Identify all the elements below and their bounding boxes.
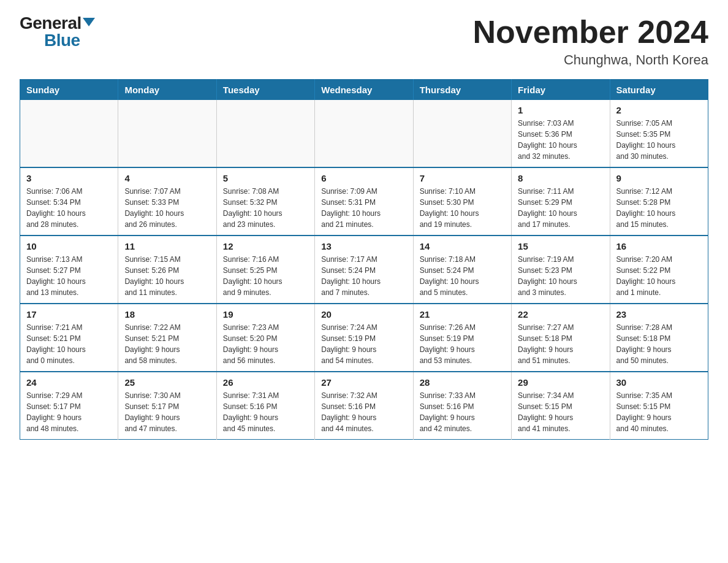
calendar-week-1: 1Sunrise: 7:03 AM Sunset: 5:36 PM Daylig…	[20, 100, 708, 167]
day-info: Sunrise: 7:26 AM Sunset: 5:19 PM Dayligh…	[420, 322, 505, 366]
day-number: 21	[420, 309, 505, 320]
calendar-cell: 12Sunrise: 7:16 AM Sunset: 5:25 PM Dayli…	[216, 236, 314, 304]
day-info: Sunrise: 7:23 AM Sunset: 5:20 PM Dayligh…	[223, 322, 308, 366]
calendar-cell: 16Sunrise: 7:20 AM Sunset: 5:22 PM Dayli…	[610, 236, 708, 304]
day-info: Sunrise: 7:12 AM Sunset: 5:28 PM Dayligh…	[616, 186, 702, 230]
calendar-cell: 2Sunrise: 7:05 AM Sunset: 5:35 PM Daylig…	[610, 100, 708, 167]
day-number: 5	[223, 173, 308, 183]
day-info: Sunrise: 7:29 AM Sunset: 5:17 PM Dayligh…	[26, 390, 112, 434]
calendar-cell: 20Sunrise: 7:24 AM Sunset: 5:19 PM Dayli…	[315, 304, 413, 372]
calendar-cell: 21Sunrise: 7:26 AM Sunset: 5:19 PM Dayli…	[413, 304, 511, 372]
calendar-cell: 3Sunrise: 7:06 AM Sunset: 5:34 PM Daylig…	[20, 167, 118, 236]
day-number: 22	[518, 309, 603, 320]
day-number: 13	[321, 241, 406, 251]
calendar-cell: 30Sunrise: 7:35 AM Sunset: 5:15 PM Dayli…	[610, 372, 708, 440]
calendar-cell: 4Sunrise: 7:07 AM Sunset: 5:33 PM Daylig…	[118, 167, 216, 236]
day-info: Sunrise: 7:06 AM Sunset: 5:34 PM Dayligh…	[26, 186, 112, 230]
logo-blue-text: Blue	[44, 32, 80, 49]
day-info: Sunrise: 7:13 AM Sunset: 5:27 PM Dayligh…	[26, 254, 112, 298]
day-number: 17	[26, 309, 112, 320]
title-section: November 2024 Chunghwa, North Korea	[473, 15, 708, 68]
day-number: 14	[420, 241, 505, 251]
day-info: Sunrise: 7:30 AM Sunset: 5:17 PM Dayligh…	[124, 390, 210, 434]
calendar-header: SundayMondayTuesdayWednesdayThursdayFrid…	[20, 80, 708, 101]
month-title: November 2024	[473, 15, 708, 50]
calendar-cell	[216, 100, 314, 167]
day-info: Sunrise: 7:22 AM Sunset: 5:21 PM Dayligh…	[124, 322, 210, 366]
calendar-cell: 27Sunrise: 7:32 AM Sunset: 5:16 PM Dayli…	[315, 372, 413, 440]
calendar-cell: 9Sunrise: 7:12 AM Sunset: 5:28 PM Daylig…	[610, 167, 708, 236]
calendar-cell: 19Sunrise: 7:23 AM Sunset: 5:20 PM Dayli…	[216, 304, 314, 372]
day-number: 26	[223, 377, 308, 388]
weekday-header-saturday: Saturday	[610, 80, 708, 101]
day-number: 8	[518, 173, 603, 183]
day-number: 18	[124, 309, 210, 320]
day-info: Sunrise: 7:03 AM Sunset: 5:36 PM Dayligh…	[518, 118, 603, 162]
weekday-header-tuesday: Tuesday	[216, 80, 314, 101]
day-info: Sunrise: 7:10 AM Sunset: 5:30 PM Dayligh…	[420, 186, 505, 230]
day-number: 24	[26, 377, 112, 388]
weekday-header-thursday: Thursday	[413, 80, 511, 101]
calendar-cell: 6Sunrise: 7:09 AM Sunset: 5:31 PM Daylig…	[315, 167, 413, 236]
calendar-cell: 24Sunrise: 7:29 AM Sunset: 5:17 PM Dayli…	[20, 372, 118, 440]
day-number: 7	[420, 173, 505, 183]
day-info: Sunrise: 7:11 AM Sunset: 5:29 PM Dayligh…	[518, 186, 603, 230]
day-info: Sunrise: 7:31 AM Sunset: 5:16 PM Dayligh…	[223, 390, 308, 434]
day-info: Sunrise: 7:28 AM Sunset: 5:18 PM Dayligh…	[616, 322, 702, 366]
day-info: Sunrise: 7:32 AM Sunset: 5:16 PM Dayligh…	[321, 390, 406, 434]
logo-general-text: General	[20, 15, 82, 32]
calendar-cell: 14Sunrise: 7:18 AM Sunset: 5:24 PM Dayli…	[413, 236, 511, 304]
logo: General Blue	[20, 15, 95, 49]
day-number: 16	[616, 241, 702, 251]
calendar-week-4: 17Sunrise: 7:21 AM Sunset: 5:21 PM Dayli…	[20, 304, 708, 372]
day-number: 20	[321, 309, 406, 320]
calendar-cell	[315, 100, 413, 167]
day-info: Sunrise: 7:07 AM Sunset: 5:33 PM Dayligh…	[124, 186, 210, 230]
day-info: Sunrise: 7:33 AM Sunset: 5:16 PM Dayligh…	[420, 390, 505, 434]
day-info: Sunrise: 7:09 AM Sunset: 5:31 PM Dayligh…	[321, 186, 406, 230]
weekday-header-row: SundayMondayTuesdayWednesdayThursdayFrid…	[20, 80, 708, 101]
day-number: 11	[124, 241, 210, 251]
weekday-header-friday: Friday	[512, 80, 610, 101]
day-info: Sunrise: 7:17 AM Sunset: 5:24 PM Dayligh…	[321, 254, 406, 298]
calendar-cell: 28Sunrise: 7:33 AM Sunset: 5:16 PM Dayli…	[413, 372, 511, 440]
day-number: 2	[616, 105, 702, 115]
day-info: Sunrise: 7:18 AM Sunset: 5:24 PM Dayligh…	[420, 254, 505, 298]
day-number: 10	[26, 241, 112, 251]
day-info: Sunrise: 7:35 AM Sunset: 5:15 PM Dayligh…	[616, 390, 702, 434]
day-number: 15	[518, 241, 603, 251]
calendar-week-2: 3Sunrise: 7:06 AM Sunset: 5:34 PM Daylig…	[20, 167, 708, 236]
day-number: 30	[616, 377, 702, 388]
day-number: 12	[223, 241, 308, 251]
calendar-table: SundayMondayTuesdayWednesdayThursdayFrid…	[20, 79, 708, 440]
calendar-body: 1Sunrise: 7:03 AM Sunset: 5:36 PM Daylig…	[20, 100, 708, 440]
day-number: 25	[124, 377, 210, 388]
page-header: General Blue November 2024 Chunghwa, Nor…	[20, 15, 708, 68]
calendar-cell: 11Sunrise: 7:15 AM Sunset: 5:26 PM Dayli…	[118, 236, 216, 304]
calendar-week-5: 24Sunrise: 7:29 AM Sunset: 5:17 PM Dayli…	[20, 372, 708, 440]
calendar-cell: 10Sunrise: 7:13 AM Sunset: 5:27 PM Dayli…	[20, 236, 118, 304]
calendar-cell: 5Sunrise: 7:08 AM Sunset: 5:32 PM Daylig…	[216, 167, 314, 236]
day-info: Sunrise: 7:27 AM Sunset: 5:18 PM Dayligh…	[518, 322, 603, 366]
calendar-cell: 18Sunrise: 7:22 AM Sunset: 5:21 PM Dayli…	[118, 304, 216, 372]
day-number: 23	[616, 309, 702, 320]
location-title: Chunghwa, North Korea	[473, 52, 708, 68]
calendar-cell	[413, 100, 511, 167]
weekday-header-wednesday: Wednesday	[315, 80, 413, 101]
weekday-header-monday: Monday	[118, 80, 216, 101]
calendar-cell: 15Sunrise: 7:19 AM Sunset: 5:23 PM Dayli…	[512, 236, 610, 304]
calendar-cell	[20, 100, 118, 167]
day-number: 6	[321, 173, 406, 183]
calendar-cell: 8Sunrise: 7:11 AM Sunset: 5:29 PM Daylig…	[512, 167, 610, 236]
calendar-cell: 22Sunrise: 7:27 AM Sunset: 5:18 PM Dayli…	[512, 304, 610, 372]
calendar-cell: 13Sunrise: 7:17 AM Sunset: 5:24 PM Dayli…	[315, 236, 413, 304]
day-info: Sunrise: 7:21 AM Sunset: 5:21 PM Dayligh…	[26, 322, 112, 366]
calendar-cell: 29Sunrise: 7:34 AM Sunset: 5:15 PM Dayli…	[512, 372, 610, 440]
day-number: 3	[26, 173, 112, 183]
day-info: Sunrise: 7:20 AM Sunset: 5:22 PM Dayligh…	[616, 254, 702, 298]
day-info: Sunrise: 7:16 AM Sunset: 5:25 PM Dayligh…	[223, 254, 308, 298]
day-info: Sunrise: 7:19 AM Sunset: 5:23 PM Dayligh…	[518, 254, 603, 298]
day-info: Sunrise: 7:34 AM Sunset: 5:15 PM Dayligh…	[518, 390, 603, 434]
day-number: 9	[616, 173, 702, 183]
weekday-header-sunday: Sunday	[20, 80, 118, 101]
